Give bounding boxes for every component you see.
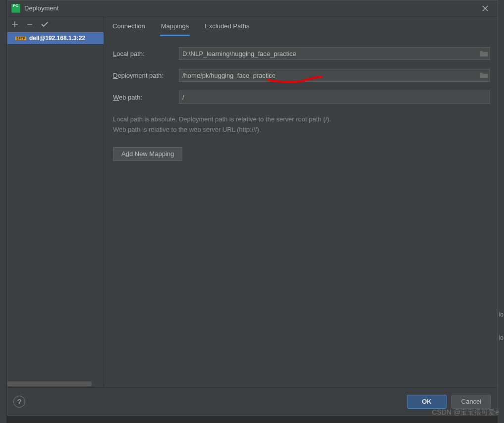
sidebar-toolbar <box>7 16 104 32</box>
web-path-row: Web path: <box>113 91 490 104</box>
edge-char-2: lo <box>499 334 504 341</box>
tab-mappings[interactable]: Mappings <box>160 18 190 36</box>
ok-button[interactable]: OK <box>407 395 447 409</box>
help-line-2: Web path is relative to the web server U… <box>113 125 490 135</box>
plus-icon <box>11 21 18 28</box>
tab-connection[interactable]: Connection <box>112 18 146 36</box>
sidebar: SFTP dell@192.168.1.3:22 <box>7 16 104 387</box>
web-path-label: Web path: <box>113 94 179 101</box>
deployment-dialog: Deployment SFTP dell@192.168.1.3:2 <box>7 0 498 416</box>
right-background-edge: lo lo <box>498 0 504 423</box>
set-default-button[interactable] <box>40 20 49 29</box>
deployment-path-browse-button[interactable] <box>479 72 488 79</box>
close-icon <box>482 5 488 11</box>
main-content: SFTP dell@192.168.1.3:22 Connection Mapp… <box>7 16 497 387</box>
right-panel: Connection Mappings Excluded Paths Local… <box>104 16 497 387</box>
dialog-title: Deployment <box>24 4 477 12</box>
server-list[interactable]: SFTP dell@192.168.1.3:22 <box>7 32 104 381</box>
local-path-input[interactable] <box>179 47 490 60</box>
tabs: Connection Mappings Excluded Paths <box>110 16 493 36</box>
sidebar-horizontal-scrollbar[interactable] <box>7 381 104 387</box>
remove-server-button[interactable] <box>25 20 34 29</box>
deployment-path-input[interactable] <box>179 69 490 82</box>
folder-icon <box>479 72 488 79</box>
web-path-input[interactable] <box>179 91 490 104</box>
close-button[interactable] <box>477 0 493 16</box>
help-line-1: Local path is absolute. Deployment path … <box>113 114 490 125</box>
web-path-input-wrapper <box>179 91 490 104</box>
help-text: Local path is absolute. Deployment path … <box>113 114 490 135</box>
pycharm-icon <box>11 4 20 13</box>
watermark: CSDN @宝宝很可爱e <box>432 408 499 417</box>
edge-char-1: lo <box>499 311 504 318</box>
cancel-button[interactable]: Cancel <box>451 395 491 409</box>
sftp-protocol-badge: SFTP <box>15 37 26 40</box>
local-path-label: Local path: <box>113 50 179 57</box>
dialog-footer: ? OK Cancel <box>7 387 497 415</box>
tab-excluded-paths[interactable]: Excluded Paths <box>204 18 250 36</box>
server-label: dell@192.168.1.3:22 <box>29 35 85 42</box>
add-new-mapping-button[interactable]: Add New Mapping <box>113 147 182 161</box>
folder-icon <box>479 50 488 57</box>
local-path-browse-button[interactable] <box>479 50 488 57</box>
help-button[interactable]: ? <box>13 396 25 408</box>
local-path-row: Local path: <box>113 47 490 60</box>
left-background-edge <box>0 0 7 423</box>
local-path-input-wrapper <box>179 47 490 60</box>
deployment-path-row: Deployment path: <box>113 69 490 82</box>
scrollbar-thumb[interactable] <box>7 381 92 386</box>
minus-icon <box>26 21 33 28</box>
add-server-button[interactable] <box>10 20 19 29</box>
check-icon <box>41 21 49 28</box>
mappings-form: Local path: Deployment path: <box>110 36 493 161</box>
server-item-dell[interactable]: SFTP dell@192.168.1.3:22 <box>7 32 104 44</box>
deployment-path-input-wrapper <box>179 69 490 82</box>
deployment-path-label: Deployment path: <box>113 72 179 79</box>
titlebar: Deployment <box>7 0 497 16</box>
